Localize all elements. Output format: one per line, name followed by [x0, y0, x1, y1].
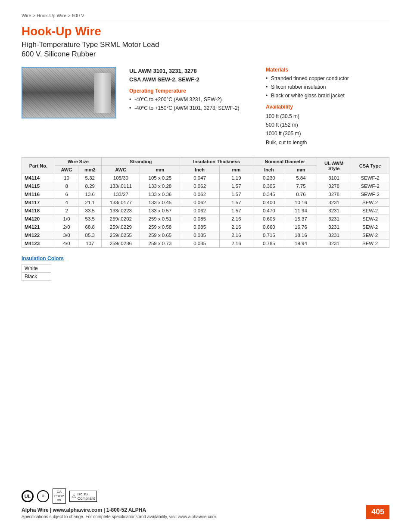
cell-ul: 3231	[317, 215, 351, 223]
cell-awg: 10	[55, 174, 78, 182]
page-number: 405	[366, 505, 389, 519]
cell-ins-inch: 0.062	[180, 199, 220, 207]
cell-csa: SEW-2	[351, 231, 389, 240]
cell-part: M4123	[22, 240, 55, 248]
color-cell: Black	[22, 273, 51, 281]
cell-ins-mm: 1.57	[220, 182, 253, 190]
cell-ul: 3231	[317, 223, 351, 231]
col-ul-awm: UL AWM Style	[317, 158, 351, 174]
cell-strand-mm: 133 x 0.36	[140, 190, 180, 199]
material-item-1: Stranded tinned copper conductor	[266, 75, 389, 82]
col-wire-awg: AWG	[55, 166, 78, 174]
cell-nom-inch: 0.400	[253, 199, 285, 207]
cell-ins-inch: 0.062	[180, 182, 220, 190]
cell-nom-inch: 0.230	[253, 174, 285, 182]
cell-nom-mm: 11.94	[285, 207, 317, 215]
cell-ins-inch: 0.085	[180, 231, 220, 240]
cell-csa: SEW-2	[351, 207, 389, 215]
cell-strand-awg: 259/.0202	[102, 215, 140, 223]
col-nom-mm: mm	[285, 166, 317, 174]
cell-nom-mm: 16.76	[285, 223, 317, 231]
cell-awg: 4/0	[55, 240, 78, 248]
col-nom-inch: Inch	[253, 166, 285, 174]
cell-part: M4116	[22, 190, 55, 199]
cell-ins-mm: 1.57	[220, 207, 253, 215]
footer: UL ® CAPROP65 ⚠ RoHSCompliant Alpha Wire…	[22, 488, 389, 519]
col-strand-awg: AWG	[102, 166, 140, 174]
csa-logo: ®	[37, 490, 49, 502]
cell-csa: SEWF-2	[351, 190, 389, 199]
color-table: WhiteBlack	[22, 264, 51, 281]
table-row: M4117 4 21.1 133/.0177 133 x 0.45 0.062 …	[22, 199, 389, 207]
cell-ins-inch: 0.085	[180, 240, 220, 248]
ca-prop-logo: CAPROP65	[53, 488, 66, 504]
cell-ul: 3231	[317, 207, 351, 215]
rohs-logo: ⚠ RoHSCompliant	[69, 491, 97, 502]
specifications-table: Part No. Wire Size Stranding Insulation …	[22, 157, 389, 248]
cell-mm2: 53.5	[78, 215, 102, 223]
footer-company: Alpha Wire | www.alphawire.com | 1-800-5…	[22, 507, 389, 513]
insulation-colors-title[interactable]: Insulation Colors	[22, 255, 389, 261]
cell-part: M4118	[22, 207, 55, 215]
cell-strand-awg: 133/.0177	[102, 199, 140, 207]
operating-temp-item-1: -40°C to +200°C (AWM 3231, SEW-2)	[129, 96, 253, 103]
material-item-3: Black or white glass braid jacket	[266, 92, 389, 100]
cell-csa: SEW-2	[351, 199, 389, 207]
cell-strand-mm: 133 x 0.57	[140, 207, 180, 215]
cell-ins-mm: 1.19	[220, 174, 253, 182]
cell-awg: 4	[55, 199, 78, 207]
cell-csa: SEWF-2	[351, 182, 389, 190]
cell-ins-inch: 0.047	[180, 174, 220, 182]
operating-temperature-list: -40°C to +200°C (AWM 3231, SEW-2) -40°C …	[129, 96, 253, 112]
cell-ul: 3278	[317, 190, 351, 199]
cell-strand-awg: 259/.0255	[102, 231, 140, 240]
ul-logo: UL	[22, 490, 34, 502]
cell-strand-mm: 133 x 0.45	[140, 199, 180, 207]
footer-disclaimer: Specifications subject to change. For co…	[22, 514, 389, 519]
cell-ins-mm: 1.57	[220, 199, 253, 207]
cell-nom-inch: 0.660	[253, 223, 285, 231]
cell-nom-mm: 5.84	[285, 174, 317, 182]
cell-ins-inch: 0.062	[180, 207, 220, 215]
cell-nom-mm: 15.37	[285, 215, 317, 223]
cell-nom-inch: 0.605	[253, 215, 285, 223]
cell-awg: 2	[55, 207, 78, 215]
table-row: M4123 4/0 107 259/.0286 259 x 0.73 0.085…	[22, 240, 389, 248]
cell-strand-mm: 259 x 0.51	[140, 215, 180, 223]
table-row: M4114 10 5.32 105/30 105 x 0.25 0.047 1.…	[22, 174, 389, 182]
cell-strand-mm: 105 x 0.25	[140, 174, 180, 182]
cell-ul: 3278	[317, 182, 351, 190]
cell-mm2: 85.3	[78, 231, 102, 240]
cell-ul: 3231	[317, 231, 351, 240]
cell-nom-inch: 0.715	[253, 231, 285, 240]
cell-strand-awg: 133/.0223	[102, 207, 140, 215]
col-ins-inch: Inch	[180, 166, 220, 174]
cell-strand-mm: 133 x 0.28	[140, 182, 180, 190]
cell-mm2: 13.6	[78, 190, 102, 199]
cell-awg: 6	[55, 190, 78, 199]
cell-part: M4114	[22, 174, 55, 182]
cell-nom-inch: 0.345	[253, 190, 285, 199]
footer-logos: UL ® CAPROP65 ⚠ RoHSCompliant	[22, 488, 389, 504]
availability-text: 100 ft (30.5 m) 500 ft (152 m) 1000 ft (…	[266, 112, 389, 147]
breadcrumb: Wire > Hook-Up Wire > 600 V	[22, 13, 389, 21]
cell-csa: SEW-2	[351, 223, 389, 231]
product-image	[22, 67, 116, 118]
cell-mm2: 8.29	[78, 182, 102, 190]
cell-awg: 2/0	[55, 223, 78, 231]
page-title: Hook-Up Wire	[22, 25, 389, 38]
cell-mm2: 68.8	[78, 223, 102, 231]
table-row: M4120 1/0 53.5 259/.0202 259 x 0.51 0.08…	[22, 215, 389, 223]
table-row: M4121 2/0 68.8 259/.0229 259 x 0.58 0.08…	[22, 223, 389, 231]
col-strand-mm: mm	[140, 166, 180, 174]
cell-ins-mm: 2.16	[220, 223, 253, 231]
col-ins-mm: mm	[220, 166, 253, 174]
cell-ins-inch: 0.062	[180, 190, 220, 199]
cell-ul: 3231	[317, 199, 351, 207]
cell-mm2: 21.1	[78, 199, 102, 207]
col-wire-size: Wire Size	[55, 158, 101, 166]
cell-strand-awg: 105/30	[102, 174, 140, 182]
cell-csa: SEW-2	[351, 240, 389, 248]
col-part-no: Part No.	[22, 158, 55, 174]
cell-strand-mm: 259 x 0.58	[140, 223, 180, 231]
